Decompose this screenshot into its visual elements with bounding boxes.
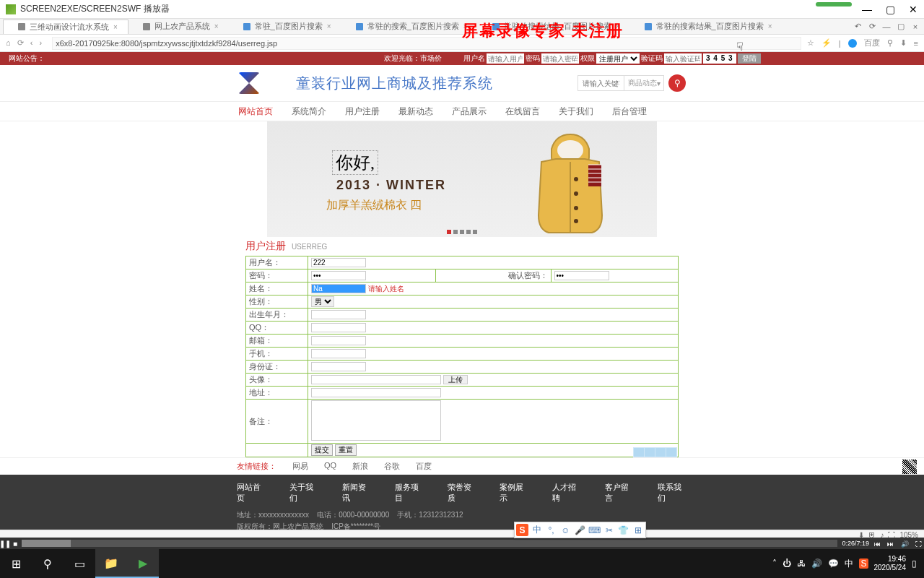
window-max-icon[interactable]: ▢	[895, 21, 907, 33]
undo-icon[interactable]: ↶	[852, 21, 863, 33]
input-username[interactable]	[311, 258, 366, 267]
input-phone[interactable]	[311, 349, 366, 358]
link-google[interactable]: 谷歌	[384, 461, 400, 472]
input-confirm-password[interactable]	[554, 271, 609, 280]
menu-icon[interactable]: ≡	[914, 39, 918, 48]
footer-nav-news[interactable]: 新闻资讯	[342, 482, 372, 504]
textarea-note[interactable]	[311, 400, 441, 441]
search-input[interactable]	[578, 75, 624, 91]
extension-icon[interactable]	[848, 39, 857, 48]
download-icon[interactable]: ⬇	[900, 38, 907, 48]
tab-3[interactable]: 常驻_百度图片搜索×	[229, 20, 341, 34]
search-category-select[interactable]: 商品动态 ▾	[624, 75, 664, 91]
qrcode-icon[interactable]	[902, 460, 917, 474]
footer-nav-about[interactable]: 关于我们	[289, 482, 319, 504]
input-birthdate[interactable]	[311, 310, 366, 319]
tray-notify-icon[interactable]: 💬	[828, 558, 839, 569]
refresh-icon[interactable]: ⟳	[866, 21, 878, 33]
close-button[interactable]: ✕	[908, 4, 918, 15]
tray-power-icon[interactable]: ⏻	[783, 558, 791, 569]
login-button[interactable]: 登陆	[738, 53, 761, 64]
input-qq[interactable]	[311, 323, 366, 332]
link-baidu[interactable]: 百度	[416, 461, 432, 472]
fullscreen-icon[interactable]: ⛶	[915, 540, 922, 548]
window-close-icon[interactable]: ×	[910, 21, 921, 33]
window-min-icon[interactable]: —	[881, 21, 892, 33]
pause-button[interactable]: ❚❚	[0, 538, 10, 548]
ime-toolbar[interactable]: S 中 °, ☺ 🎤 ⌨ ✂ 👕 ⊞	[514, 522, 646, 538]
nav-intro[interactable]: 系统简介	[292, 105, 326, 118]
select-gender[interactable]: 男	[311, 296, 334, 307]
input-password[interactable]	[311, 271, 366, 280]
footer-nav-home[interactable]: 网站首页	[237, 482, 266, 504]
search-icon[interactable]: ⚲	[887, 38, 893, 48]
input-avatar-path[interactable]	[311, 375, 441, 384]
search-engine[interactable]: 百度	[864, 38, 880, 48]
captcha-input[interactable]	[664, 53, 702, 64]
back-icon[interactable]: ‹	[30, 38, 33, 47]
tab-close-icon[interactable]: ×	[327, 22, 331, 30]
reset-button[interactable]	[335, 444, 357, 456]
ime-lang[interactable]: 中	[531, 524, 543, 536]
nav-guestbook[interactable]: 在线留言	[505, 105, 540, 118]
start-button[interactable]: ⊞	[0, 549, 32, 578]
tab-close-icon[interactable]: ×	[616, 22, 620, 30]
search-button[interactable]: ⚲	[32, 549, 64, 578]
url-input[interactable]: x6x8-20170925ke:8080/jspmtzxywsscjtjtxtd…	[52, 37, 801, 50]
nav-admin[interactable]: 后台管理	[612, 105, 647, 118]
tab-1[interactable]: 三维动画设计流水系统×	[3, 20, 128, 34]
stop-button[interactable]: ■	[10, 538, 20, 548]
tray-network-icon[interactable]: 🖧	[797, 558, 806, 569]
tray-action-center-icon[interactable]: ▯	[912, 558, 917, 569]
home-icon[interactable]: ⌂	[6, 38, 11, 47]
footer-nav-cases[interactable]: 案例展示	[500, 482, 529, 504]
nav-news[interactable]: 最新动态	[398, 105, 433, 118]
carousel-dots[interactable]	[447, 230, 477, 234]
input-idcard[interactable]	[311, 362, 366, 371]
footer-nav-honor[interactable]: 荣誉资质	[448, 482, 477, 504]
password-input[interactable]	[541, 53, 579, 64]
star-icon[interactable]: ☆	[807, 38, 814, 48]
forward-icon[interactable]: ›	[40, 38, 43, 47]
submit-button[interactable]	[311, 444, 333, 456]
tray-volume-icon[interactable]: 🔊	[811, 558, 822, 569]
nav-register[interactable]: 用户注册	[345, 105, 380, 118]
footer-nav-service[interactable]: 服务项目	[395, 482, 424, 504]
tab-close-icon[interactable]: ×	[113, 23, 118, 31]
tray-chevron-icon[interactable]: ˄	[772, 558, 777, 569]
tab-6[interactable]: 常驻的搜索结果_百度图片搜索×	[630, 20, 783, 34]
next-button[interactable]: ⏭	[887, 540, 894, 548]
ime-skin-icon[interactable]: 👕	[617, 524, 629, 536]
tab-close-icon[interactable]: ×	[214, 22, 219, 30]
tray-clock[interactable]: 19:46 2020/5/24	[874, 555, 907, 572]
ime-punct-icon[interactable]: °,	[545, 524, 557, 536]
ime-emoji-icon[interactable]: ☺	[559, 524, 572, 536]
minimize-button[interactable]: —	[862, 4, 872, 15]
ime-keyboard-icon[interactable]: ⌨	[588, 524, 601, 536]
tray-ime[interactable]: 中	[845, 558, 853, 570]
role-select[interactable]: 注册用户	[596, 53, 640, 64]
tab-close-icon[interactable]: ×	[768, 22, 772, 30]
footer-nav-guestbook[interactable]: 客户留言	[605, 482, 635, 504]
ime-tool-icon[interactable]: ✂	[603, 524, 615, 536]
tray-sogou-icon[interactable]: S	[859, 558, 868, 569]
link-netease[interactable]: 网易	[292, 461, 308, 472]
volume-icon[interactable]: 🔊	[901, 540, 909, 548]
tab-5[interactable]: 常驻的搜索结果_百度图片搜索×	[478, 20, 630, 34]
upload-button[interactable]: 上传	[443, 375, 468, 384]
taskview-button[interactable]: ▭	[64, 549, 95, 578]
username-input[interactable]	[487, 53, 524, 64]
nav-home[interactable]: 网站首页	[238, 105, 273, 118]
refresh-icon[interactable]: ⟳	[17, 38, 24, 47]
sogou-logo-icon[interactable]: S	[516, 524, 528, 536]
ime-settings-icon[interactable]: ⊞	[632, 524, 644, 536]
tab-2[interactable]: 网上农产品系统×	[128, 20, 229, 34]
progress-track[interactable]	[22, 540, 837, 547]
maximize-button[interactable]: ▢	[885, 4, 895, 15]
input-name[interactable]	[311, 284, 366, 293]
nav-about[interactable]: 关于我们	[559, 105, 593, 118]
nav-products[interactable]: 产品展示	[452, 105, 487, 118]
lightning-icon[interactable]: ⚡	[821, 38, 832, 48]
input-address[interactable]	[311, 388, 441, 397]
link-sina[interactable]: 新浪	[352, 461, 368, 472]
